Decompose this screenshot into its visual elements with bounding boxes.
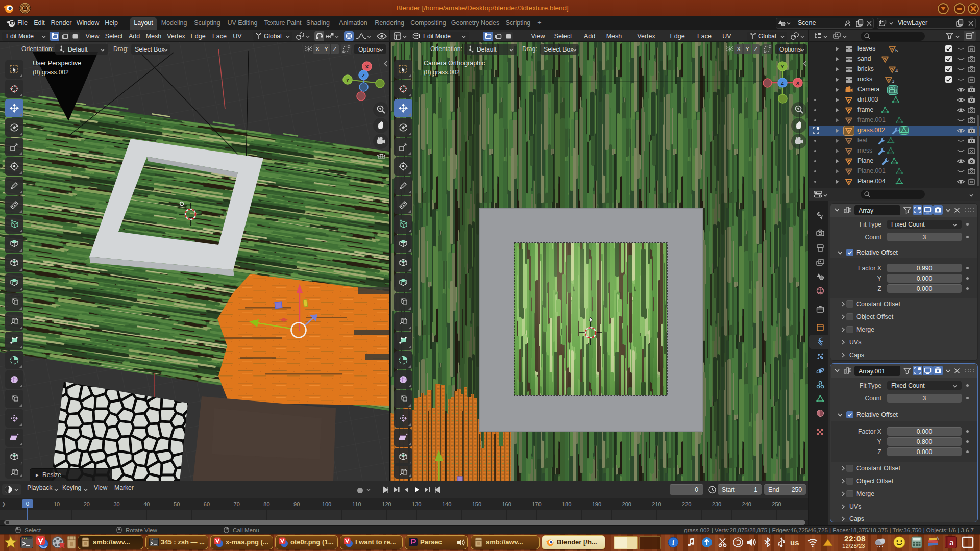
svg-text:i: i bbox=[672, 539, 674, 546]
svg-text:X: X bbox=[365, 64, 369, 69]
svg-text:X: X bbox=[796, 80, 800, 86]
svg-text:Y: Y bbox=[781, 64, 785, 69]
svg-text:Z: Z bbox=[362, 72, 365, 78]
svg-text:a: a bbox=[949, 538, 954, 547]
svg-text:Y: Y bbox=[346, 77, 350, 83]
svg-text:Z: Z bbox=[781, 80, 784, 86]
